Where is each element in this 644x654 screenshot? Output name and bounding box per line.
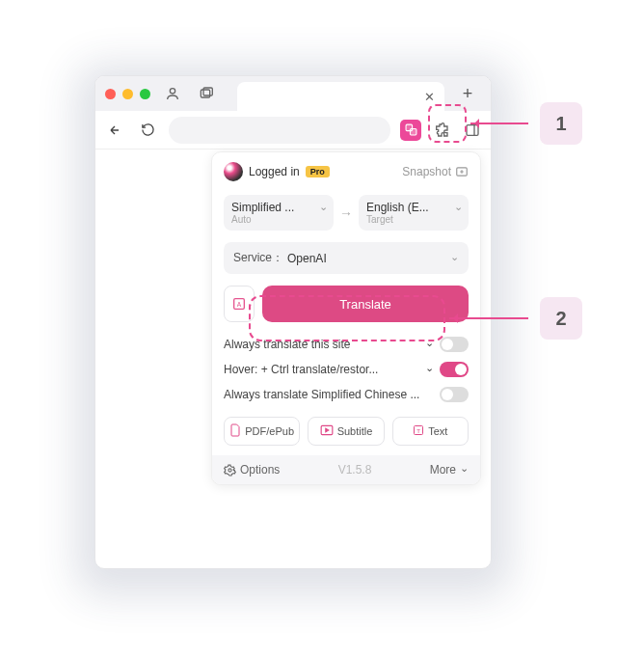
- source-language-label: Simplified ...: [231, 201, 326, 214]
- svg-rect-4: [410, 128, 416, 135]
- chevron-down-icon: [425, 363, 434, 376]
- language-row: Simplified ... Auto → English (E... Targ…: [212, 191, 480, 238]
- gear-icon: [224, 464, 236, 477]
- arrow-1: [470, 123, 528, 124]
- profile-icon[interactable]: [160, 83, 185, 104]
- hover-translate-row[interactable]: Hover: + Ctrl translate/restor...: [212, 357, 480, 382]
- target-language-select[interactable]: English (E... Target: [359, 195, 469, 231]
- minimize-window-button[interactable]: [122, 89, 133, 99]
- target-language-label: English (E...: [366, 201, 461, 214]
- video-icon: [320, 424, 334, 438]
- chevron-down-icon: [425, 338, 434, 351]
- tabs-overview-icon[interactable]: [195, 83, 220, 104]
- new-tab-button[interactable]: +: [454, 84, 481, 104]
- snapshot-button[interactable]: Snapshot: [402, 165, 469, 178]
- target-language-sub: Target: [366, 214, 461, 225]
- always-translate-site-row[interactable]: Always translate this site: [212, 332, 480, 357]
- always-translate-site-toggle[interactable]: [440, 337, 469, 352]
- popup-footer: Options V1.5.8 More: [212, 455, 480, 484]
- service-value: OpenAI: [287, 252, 327, 265]
- utility-row: PDF/ePub Subtitle T Text: [212, 407, 480, 455]
- maximize-window-button[interactable]: [140, 89, 150, 99]
- svg-point-13: [228, 468, 231, 471]
- options-button[interactable]: Options: [224, 463, 280, 477]
- translate-extension-icon[interactable]: [400, 120, 421, 141]
- always-translate-site-label: Always translate this site: [224, 338, 419, 351]
- service-select[interactable]: Service： OpenAI: [224, 242, 469, 274]
- chevron-down-icon: [460, 463, 469, 477]
- always-translate-language-row[interactable]: Always translate Simplified Chinese ...: [212, 382, 480, 407]
- pdf-epub-button[interactable]: PDF/ePub: [224, 417, 300, 446]
- always-translate-language-label: Always translate Simplified Chinese ...: [224, 388, 434, 401]
- subtitle-button[interactable]: Subtitle: [308, 417, 384, 446]
- avatar[interactable]: [224, 162, 243, 181]
- reload-button[interactable]: [136, 119, 159, 142]
- text-button[interactable]: T Text: [392, 417, 469, 446]
- browser-tab[interactable]: ✕: [237, 82, 444, 111]
- svg-rect-2: [203, 88, 212, 95]
- version-label: V1.5.8: [338, 463, 372, 477]
- close-tab-icon[interactable]: ✕: [424, 90, 435, 104]
- svg-point-0: [170, 89, 174, 94]
- subtitle-label: Subtitle: [337, 425, 373, 437]
- always-translate-language-toggle[interactable]: [440, 387, 469, 402]
- text-label: Text: [428, 425, 447, 437]
- pro-badge: Pro: [306, 166, 330, 177]
- popup-header: Logged in Pro Snapshot: [212, 152, 480, 191]
- arrow-2: [449, 317, 528, 319]
- more-label: More: [430, 463, 456, 477]
- source-language-select[interactable]: Simplified ... Auto: [224, 195, 334, 231]
- hover-translate-label: Hover: + Ctrl translate/restor...: [224, 363, 419, 376]
- callout-number-1: 1: [540, 102, 582, 145]
- extensions-icon[interactable]: [431, 120, 452, 141]
- file-icon: [229, 423, 241, 439]
- snapshot-label: Snapshot: [402, 165, 451, 178]
- callout-number-2: 2: [540, 297, 582, 340]
- svg-text:A: A: [237, 301, 242, 308]
- translate-button[interactable]: Translate: [262, 286, 469, 322]
- chevron-down-icon: [454, 203, 463, 215]
- options-label: Options: [240, 463, 280, 477]
- more-button[interactable]: More: [430, 463, 469, 477]
- svg-text:T: T: [416, 428, 420, 434]
- translate-mode-button[interactable]: A: [224, 286, 255, 322]
- browser-window: ✕ + Logged in Pro Snapshot: [94, 75, 492, 569]
- close-window-button[interactable]: [105, 89, 116, 99]
- logged-in-label: Logged in: [249, 165, 300, 178]
- back-button[interactable]: [103, 119, 126, 142]
- address-bar[interactable]: [169, 117, 390, 144]
- hover-translate-toggle[interactable]: [440, 362, 469, 377]
- traffic-lights: [105, 89, 150, 99]
- title-bar: ✕ +: [95, 76, 491, 111]
- chevron-down-icon: [319, 203, 328, 215]
- svg-rect-1: [201, 90, 209, 97]
- service-label: Service：: [233, 250, 283, 266]
- arrow-right-icon: →: [339, 205, 353, 221]
- browser-toolbar: [95, 111, 491, 150]
- extension-popup: Logged in Pro Snapshot Simplified ... Au…: [211, 151, 481, 485]
- pdf-epub-label: PDF/ePub: [245, 425, 294, 437]
- translate-row: A Translate: [212, 282, 480, 332]
- source-language-sub: Auto: [231, 214, 326, 225]
- chevron-down-icon: [450, 252, 459, 265]
- text-icon: T: [413, 424, 424, 438]
